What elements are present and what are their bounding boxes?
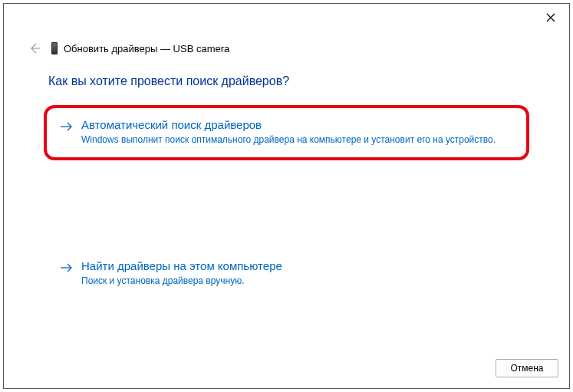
device-icon — [51, 42, 58, 54]
back-button[interactable] — [27, 41, 42, 56]
option-auto-desc: Windows выполнит поиск оптимального драй… — [81, 133, 496, 146]
dialog-footer: Отмена — [4, 351, 569, 388]
arrow-right-icon — [60, 261, 74, 275]
dialog-body: Как вы хотите провести поиск драйверов? … — [4, 56, 569, 351]
cancel-button[interactable]: Отмена — [496, 359, 558, 377]
option-auto-title: Автоматический поиск драйверов — [81, 118, 496, 133]
option-manual-title: Найти драйверы на этом компьютере — [81, 259, 282, 274]
arrow-right-icon — [60, 120, 74, 133]
back-arrow-icon — [28, 42, 41, 54]
dialog-title: Обновить драйверы — USB camera — [64, 43, 229, 54]
dialog-header: Обновить драйверы — USB camera — [4, 4, 569, 56]
update-drivers-dialog: Обновить драйверы — USB camera Как вы хо… — [3, 3, 570, 389]
close-button[interactable] — [545, 12, 557, 24]
option-manual-search[interactable]: Найти драйверы на этом компьютере Поиск … — [48, 251, 525, 297]
option-auto-search[interactable]: Автоматический поиск драйверов Windows в… — [48, 110, 525, 156]
option-manual-desc: Поиск и установка драйвера вручную. — [81, 275, 282, 287]
annotation-highlight: Автоматический поиск драйверов Windows в… — [44, 105, 529, 160]
prompt-heading: Как вы хотите провести поиск драйверов? — [48, 74, 525, 88]
close-icon — [546, 13, 555, 22]
